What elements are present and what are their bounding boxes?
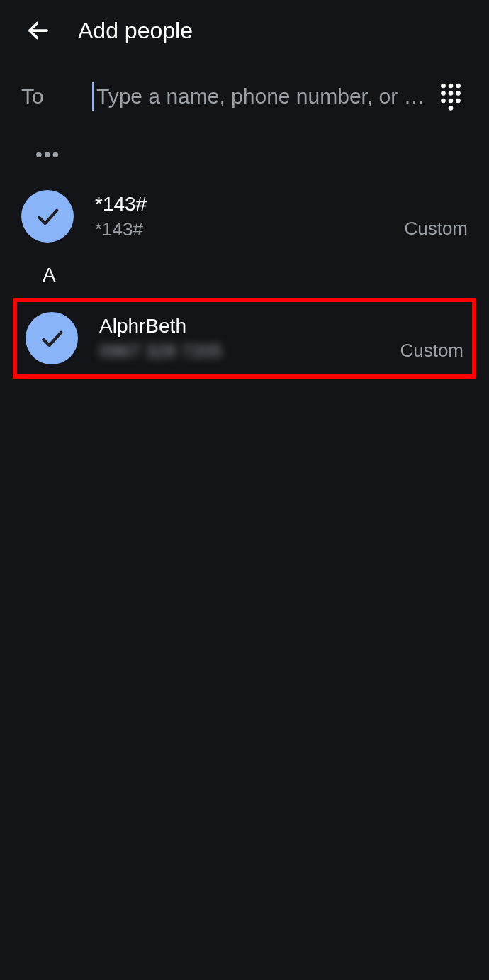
contact-phone: *143#: [95, 218, 404, 240]
page-title: Add people: [78, 18, 193, 44]
contact-info: *143#*143#: [95, 193, 404, 240]
svg-point-1: [441, 84, 446, 89]
more-row: •••: [0, 132, 489, 180]
contacts-list: *143#*143#CustomAAlphrBeth0967 328 7205C…: [0, 180, 489, 379]
contact-avatar: [21, 190, 74, 243]
contact-phone: 0967 328 7205: [99, 340, 400, 362]
svg-point-6: [456, 91, 461, 96]
to-label: To: [21, 84, 92, 108]
dialpad-icon: [438, 81, 463, 112]
svg-point-4: [441, 91, 446, 96]
contact-name: *143#: [95, 193, 404, 216]
highlight-box: AlphrBeth0967 328 7205Custom: [13, 298, 476, 379]
app-header: Add people: [0, 0, 489, 61]
svg-point-8: [449, 99, 454, 104]
svg-point-9: [456, 99, 461, 104]
arrow-left-icon: [26, 18, 51, 43]
svg-point-2: [449, 84, 454, 89]
svg-point-3: [456, 84, 461, 89]
contact-type-label: Custom: [404, 218, 468, 240]
contact-type-label: Custom: [400, 340, 463, 362]
more-dots-icon: •••: [35, 143, 60, 165]
svg-point-10: [449, 106, 454, 111]
search-input[interactable]: [92, 82, 422, 111]
contact-row[interactable]: *143#*143#Custom: [0, 180, 489, 252]
back-button[interactable]: [21, 13, 55, 48]
svg-point-5: [449, 91, 454, 96]
contact-row[interactable]: AlphrBeth0967 328 7205Custom: [17, 302, 472, 374]
contact-name: AlphrBeth: [99, 315, 400, 338]
search-row: To: [0, 61, 489, 132]
svg-point-7: [441, 99, 446, 104]
contact-info: AlphrBeth0967 328 7205: [99, 315, 400, 362]
check-icon: [33, 202, 62, 230]
contact-avatar: [26, 312, 78, 364]
dialpad-button[interactable]: [434, 79, 468, 113]
section-header: A: [0, 252, 489, 295]
check-icon: [38, 324, 66, 352]
